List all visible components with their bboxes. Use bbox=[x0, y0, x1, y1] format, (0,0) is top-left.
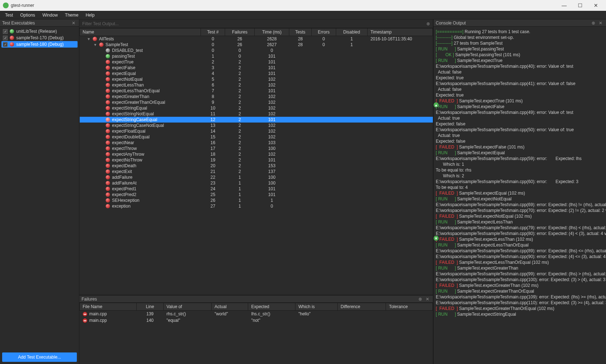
cell-testnum: 0 bbox=[201, 36, 225, 42]
test-row[interactable]: expectGreaterThan 8 2 102 bbox=[80, 94, 433, 99]
fcol-valueof[interactable]: Value of bbox=[163, 303, 211, 311]
fcol-actual[interactable]: Actual bbox=[211, 303, 248, 311]
checkbox-icon[interactable]: ✓ bbox=[3, 42, 8, 47]
test-row[interactable]: expectDeath 20 2 153 bbox=[80, 163, 433, 169]
status-dot-icon bbox=[106, 192, 110, 197]
cell-tests bbox=[289, 140, 312, 146]
executable-item[interactable]: ✓ sampleTest-180 (Debug) bbox=[1, 41, 78, 48]
menu-window[interactable]: Window bbox=[39, 12, 61, 18]
cell-errors bbox=[311, 146, 336, 151]
test-row[interactable]: expectEqual 4 2 101 bbox=[80, 71, 433, 76]
cell-disabled bbox=[336, 65, 367, 71]
close-button[interactable]: ✕ bbox=[589, 0, 603, 11]
cell-failures: 1 bbox=[225, 180, 255, 186]
cell-disabled bbox=[336, 111, 367, 117]
failure-row[interactable]: main.cpp 140 "equal" "not" bbox=[80, 317, 433, 324]
scroll-up-marker-icon[interactable]: ▲ bbox=[434, 102, 439, 107]
col-time[interactable]: Time (ms) bbox=[254, 28, 289, 36]
close-failures-icon[interactable]: ✕ bbox=[424, 297, 431, 302]
test-row[interactable]: expectPred1 24 1 101 bbox=[80, 186, 433, 192]
test-row[interactable]: expectStringCaseEqual 12 2 101 bbox=[80, 117, 433, 123]
test-row[interactable]: expectLessThan 6 2 102 bbox=[80, 82, 433, 88]
tests-tree-pane[interactable]: Name Test # Failures Time (ms) Tests Err… bbox=[79, 28, 433, 296]
executable-item[interactable]: ✓ sampleTest-170 (Debug) bbox=[1, 35, 78, 41]
fcol-line[interactable]: Line bbox=[137, 303, 163, 311]
test-row[interactable]: expectThrow 17 2 100 bbox=[80, 146, 433, 151]
clear-console-icon[interactable]: ⊗ bbox=[590, 21, 597, 26]
test-row[interactable]: ▾AllTests 0 26 2628 28 0 1 2016-10-16T11… bbox=[80, 36, 433, 42]
maximize-button[interactable]: ☐ bbox=[573, 0, 587, 11]
failure-line: 139 bbox=[137, 311, 163, 318]
test-row[interactable]: expectNoThrow 19 2 101 bbox=[80, 157, 433, 163]
fcol-expected[interactable]: Expected bbox=[248, 303, 295, 311]
cell-time: 103 bbox=[254, 140, 289, 146]
tree-twisty-icon[interactable]: ▾ bbox=[93, 42, 97, 47]
clear-filter-icon[interactable]: ⊗ bbox=[423, 21, 433, 26]
close-console-icon[interactable]: ✕ bbox=[597, 21, 604, 26]
test-row[interactable]: expectNotEqual 5 2 102 bbox=[80, 76, 433, 82]
cell-timestamp bbox=[367, 192, 432, 197]
test-row[interactable]: expectPred2 25 1 101 bbox=[80, 192, 433, 197]
failure-row[interactable]: main.cpp 139 rhs.c_str() "world" lhs.c_s… bbox=[80, 311, 433, 318]
checkbox-icon[interactable]: ✓ bbox=[3, 29, 8, 34]
menu-test[interactable]: Test bbox=[2, 12, 16, 18]
menu-options[interactable]: Options bbox=[17, 12, 38, 18]
menu-help[interactable]: Help bbox=[83, 12, 97, 18]
col-name[interactable]: Name bbox=[80, 28, 201, 36]
cell-failures: 1 bbox=[225, 186, 255, 192]
test-row[interactable]: expectStringNotEqual 11 2 102 bbox=[80, 111, 433, 117]
test-row[interactable]: expectExit 21 2 137 bbox=[80, 169, 433, 174]
test-row[interactable]: expectTrue 2 2 101 bbox=[80, 59, 433, 65]
col-timestamp[interactable]: Timestamp bbox=[367, 28, 432, 36]
fcol-difference[interactable]: Difference bbox=[338, 303, 386, 311]
test-row[interactable]: addFailureAt 23 1 100 bbox=[80, 180, 433, 186]
test-row[interactable]: expectStringEqual 10 2 102 bbox=[80, 105, 433, 111]
console-output[interactable]: ▲ ▼ [==========] Running 27 tests from 1… bbox=[434, 27, 606, 364]
close-panel-icon[interactable]: ✕ bbox=[70, 21, 77, 26]
test-row[interactable]: ▾SampleTest 0 26 2627 28 0 1 bbox=[80, 42, 433, 48]
fcol-whichis[interactable]: Which is bbox=[295, 303, 338, 311]
cell-failures: 1 bbox=[225, 197, 255, 203]
test-row[interactable]: expectNear 16 2 103 bbox=[80, 140, 433, 146]
executable-item[interactable]: ✓ unitLibTest (Release) bbox=[1, 28, 78, 35]
checkbox-icon[interactable]: ✓ bbox=[3, 36, 8, 40]
app-icon bbox=[3, 3, 9, 8]
cell-time: 2627 bbox=[254, 42, 289, 48]
test-executables-panel: Test Executables ✕ ✓ unitLibTest (Releas… bbox=[0, 19, 79, 364]
col-tests[interactable]: Tests bbox=[289, 28, 312, 36]
tree-twisty-icon[interactable]: ▾ bbox=[87, 36, 91, 41]
col-disabled[interactable]: Disabled bbox=[336, 28, 367, 36]
clear-failures-icon[interactable]: ⊗ bbox=[417, 297, 423, 302]
test-row[interactable]: expectStringCaseNotEqual 13 2 102 bbox=[80, 123, 433, 128]
test-row[interactable]: DISABLED_test 0 0 0 bbox=[80, 48, 433, 53]
test-row[interactable]: expectFloatEqual 14 2 102 bbox=[80, 128, 433, 134]
test-row[interactable]: expectGreaterThanOrEqual 9 2 102 bbox=[80, 99, 433, 105]
add-executable-button[interactable]: Add Test Executable... bbox=[2, 352, 77, 362]
col-testnum[interactable]: Test # bbox=[201, 28, 225, 36]
filter-input[interactable] bbox=[79, 19, 423, 28]
cell-timestamp bbox=[367, 76, 432, 82]
fcol-tolerance[interactable]: Tolerance bbox=[386, 303, 433, 311]
cell-tests bbox=[289, 134, 312, 140]
col-errors[interactable]: Errors bbox=[311, 28, 336, 36]
cell-disabled bbox=[336, 197, 367, 203]
test-row[interactable]: expectFalse 3 2 101 bbox=[80, 65, 433, 71]
col-failures[interactable]: Failures bbox=[225, 28, 255, 36]
test-row[interactable]: addFailure 22 1 100 bbox=[80, 174, 433, 180]
cell-disabled bbox=[336, 105, 367, 111]
minimize-button[interactable]: — bbox=[557, 0, 571, 11]
fcol-file[interactable]: File Name bbox=[80, 303, 137, 311]
test-row[interactable]: SEHexception 26 1 1 bbox=[80, 197, 433, 203]
test-row[interactable]: expectDoubleEqual 15 2 102 bbox=[80, 134, 433, 140]
cell-errors bbox=[311, 174, 336, 180]
status-dot-icon bbox=[106, 89, 110, 93]
scroll-down-marker-icon[interactable]: ▼ bbox=[434, 236, 439, 241]
test-row[interactable]: exception 27 1 0 bbox=[80, 203, 433, 209]
test-row[interactable]: expectLessThanOrEqual 7 2 101 bbox=[80, 88, 433, 94]
failure-expected: lhs.c_str() bbox=[248, 311, 295, 318]
test-row[interactable]: expectAnyThrow 18 2 102 bbox=[80, 151, 433, 157]
cell-timestamp bbox=[367, 65, 432, 71]
test-row[interactable]: passingTest 1 0 101 bbox=[80, 53, 433, 59]
menu-theme[interactable]: Theme bbox=[62, 12, 81, 18]
failure-valueof: "equal" bbox=[163, 317, 211, 324]
